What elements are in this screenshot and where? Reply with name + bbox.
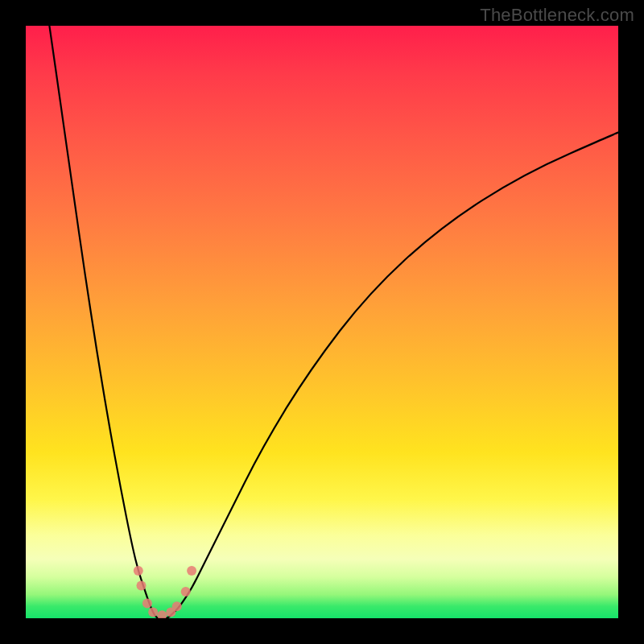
curve-marker xyxy=(157,610,167,618)
marker-group xyxy=(134,566,196,618)
curve-marker xyxy=(142,599,152,609)
bottleneck-curve xyxy=(49,26,618,618)
curve-marker xyxy=(134,566,143,576)
curve-marker xyxy=(187,566,196,576)
curve-marker xyxy=(172,601,182,611)
curve-marker xyxy=(181,587,191,597)
curve-layer xyxy=(26,26,618,618)
watermark-text: TheBottleneck.com xyxy=(480,5,634,26)
curve-marker xyxy=(148,608,158,617)
chart-stage: TheBottleneck.com xyxy=(0,0,644,644)
curve-marker xyxy=(137,581,147,591)
plot-area xyxy=(26,26,618,618)
